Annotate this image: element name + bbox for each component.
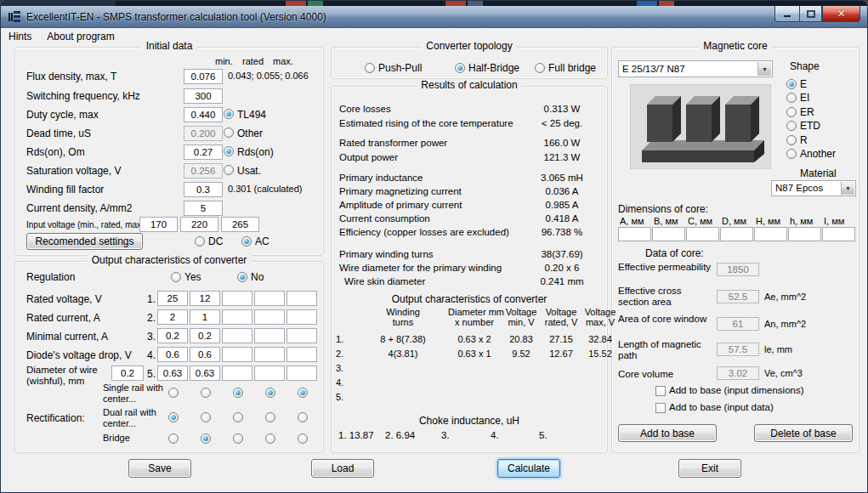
tl494-radio[interactable] [224, 109, 234, 119]
input-voltage-max[interactable] [221, 217, 259, 232]
dim-d-input[interactable] [720, 227, 753, 241]
rated-current-3[interactable] [222, 309, 252, 325]
diode-drop-5[interactable] [286, 347, 317, 362]
diode-drop-2[interactable] [190, 347, 220, 362]
minimal-current-2[interactable] [190, 328, 220, 343]
magnetic-path-length-value[interactable] [717, 343, 759, 356]
minimal-current-5[interactable] [286, 328, 317, 343]
rated-current-1[interactable] [157, 309, 188, 325]
rated-voltage-5[interactable] [286, 291, 317, 306]
rated-voltage-4[interactable] [254, 291, 285, 306]
switching-frequency-input[interactable] [184, 88, 223, 104]
effective-cross-section-value[interactable] [717, 290, 759, 303]
minimize-button[interactable] [774, 6, 799, 22]
core-volume-value[interactable] [717, 366, 759, 380]
shape-er-radio[interactable] [786, 107, 797, 117]
rect-bridge-col3-radio[interactable] [233, 434, 243, 444]
shape-ei-radio[interactable] [786, 93, 797, 103]
rect-dual-col2-radio[interactable] [201, 412, 211, 422]
half-bridge-radio[interactable] [455, 63, 465, 73]
shape-etd-radio[interactable] [786, 121, 797, 131]
current-density-input[interactable] [184, 201, 223, 216]
dim-b-input[interactable] [652, 227, 685, 241]
rated-voltage-2[interactable] [190, 291, 220, 306]
shape-r-radio[interactable] [786, 135, 797, 145]
shape-another-radio[interactable] [786, 149, 797, 159]
diode-drop-1[interactable] [157, 347, 188, 362]
rated-current-2[interactable] [190, 309, 220, 325]
rds-on-input[interactable] [184, 144, 223, 160]
titlebar[interactable]: ExcellentIT-EN - SMPS transformer calcul… [1, 6, 867, 28]
area-core-window-value[interactable] [717, 317, 759, 331]
material-select[interactable]: N87 Epcos ▼ [771, 180, 856, 196]
dim-a-input[interactable] [618, 227, 651, 241]
other-radio[interactable] [224, 128, 234, 138]
wire-diameter-3[interactable] [222, 366, 252, 381]
full-bridge-radio[interactable] [535, 63, 545, 73]
regulation-no-radio[interactable] [237, 272, 247, 282]
usat-radio[interactable] [224, 165, 234, 175]
rect-dual-col3-radio[interactable] [233, 412, 243, 422]
add-to-base-dimensions-checkbox[interactable] [655, 386, 666, 396]
fill-factor-input[interactable] [184, 182, 223, 197]
rect-bridge-col4-radio[interactable] [265, 434, 275, 444]
rect-dual-col5-radio[interactable] [298, 412, 308, 422]
rds-on-radio[interactable] [224, 146, 234, 156]
load-button[interactable]: Load [311, 459, 374, 478]
delete-of-base-button[interactable]: Delete of base [754, 424, 853, 442]
minimal-current-3[interactable] [222, 328, 252, 343]
close-button[interactable]: ✕ [822, 6, 860, 22]
rect-dual-col4-radio[interactable] [265, 412, 275, 422]
dead-time-input[interactable] [184, 126, 223, 141]
ac-radio[interactable] [241, 236, 252, 246]
minimal-current-1[interactable] [157, 328, 188, 343]
regulation-yes-radio[interactable] [171, 272, 181, 282]
rect-bridge-col2-radio[interactable] [201, 434, 211, 444]
core-type-select[interactable]: E 25/13/7 N87 ▼ [618, 60, 773, 77]
rated-current-5[interactable] [286, 309, 317, 325]
rated-voltage-1[interactable] [157, 291, 188, 306]
wire-diameter-wishful-input[interactable] [111, 366, 144, 381]
wire-diameter-1[interactable] [157, 366, 188, 381]
rect-bridge-col1-radio[interactable] [168, 434, 179, 444]
push-pull-radio[interactable] [365, 63, 375, 73]
save-button[interactable]: Save [128, 459, 191, 478]
wire-diameter-2[interactable] [190, 366, 220, 381]
shape-e-radio[interactable] [786, 79, 797, 89]
dc-radio[interactable] [195, 236, 205, 246]
rect-single-col2-radio[interactable] [201, 388, 211, 398]
diode-drop-4[interactable] [254, 347, 285, 362]
result-label: Primary inductance [339, 173, 423, 183]
dim-i-input[interactable] [822, 227, 855, 241]
rect-single-col5-radio[interactable] [298, 388, 308, 398]
maximize-button[interactable] [799, 6, 822, 22]
dim-h-upper-input[interactable] [754, 227, 787, 241]
exit-button[interactable]: Exit [678, 459, 741, 478]
input-voltage-min[interactable] [139, 217, 178, 232]
saturation-voltage-input[interactable] [184, 163, 223, 178]
diode-drop-3[interactable] [222, 347, 252, 362]
recommended-settings-button[interactable]: Recomended settings [26, 233, 143, 250]
menu-about-program[interactable]: About program [39, 28, 122, 45]
rect-single-col3-radio[interactable] [233, 388, 243, 398]
minimal-current-4[interactable] [254, 328, 285, 343]
dim-c-input[interactable] [686, 227, 719, 241]
menu-hints[interactable]: Hints [1, 28, 39, 45]
effective-permeability-value[interactable] [717, 263, 759, 276]
rect-bridge-col5-radio[interactable] [298, 434, 308, 444]
rect-single-col1-radio[interactable] [168, 388, 179, 398]
rated-voltage-3[interactable] [222, 291, 252, 306]
add-to-base-button[interactable]: Add to base [618, 424, 717, 442]
calculate-button[interactable]: Calculate [497, 459, 560, 478]
dim-header-c: C, мм [688, 216, 712, 226]
rect-single-col4-radio[interactable] [265, 388, 275, 398]
duty-cycle-input[interactable] [184, 107, 223, 122]
input-voltage-rated[interactable] [180, 217, 218, 232]
flux-density-input[interactable] [184, 69, 223, 84]
dim-h-lower-input[interactable] [788, 227, 821, 241]
rated-current-4[interactable] [254, 309, 285, 325]
wire-diameter-5[interactable] [286, 366, 317, 381]
rect-dual-col1-radio[interactable] [168, 412, 179, 422]
wire-diameter-4[interactable] [254, 366, 285, 381]
add-to-base-data-checkbox[interactable] [655, 403, 666, 413]
